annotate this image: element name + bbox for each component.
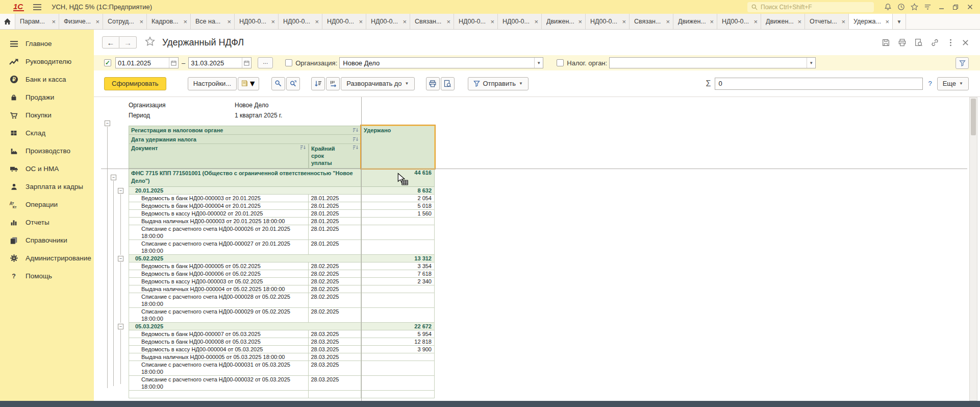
- sidebar-item-prodazhi[interactable]: Продажи: [0, 88, 94, 106]
- deadline-cell[interactable]: 28.03.2025: [309, 338, 361, 345]
- tabs-overflow-button[interactable]: ▼: [893, 14, 906, 29]
- tab-item[interactable]: НД00-0... ×: [454, 14, 498, 29]
- add-favorite-star-icon[interactable]: [145, 36, 155, 49]
- tax-authority-checkbox[interactable]: [557, 59, 564, 66]
- tab-item[interactable]: НД00-0... ×: [586, 14, 630, 29]
- collapse-tax-authority-button[interactable]: −: [111, 175, 116, 180]
- tab-item[interactable]: НД00-0... ×: [498, 14, 542, 29]
- tab-item[interactable]: НД00-0... ×: [235, 14, 279, 29]
- favorites-star-icon[interactable]: [908, 2, 921, 12]
- sum-cell[interactable]: 3 900: [361, 346, 435, 353]
- header-cell-withhold-date[interactable]: Дата удержания налога: [129, 135, 361, 144]
- freeze-pane-vertical-splitter[interactable]: [361, 97, 362, 401]
- tab-item[interactable]: Кадров... ×: [147, 14, 191, 29]
- global-search-input[interactable]: Поиск Ctrl+Shift+F: [747, 2, 874, 12]
- deadline-cell[interactable]: 28.01.2025: [309, 218, 361, 225]
- period-checkbox[interactable]: ✓: [104, 59, 111, 66]
- sidebar-item-sklad[interactable]: Склад: [0, 124, 94, 142]
- print-preview-icon[interactable]: [914, 38, 923, 47]
- filter-settings-button[interactable]: [956, 57, 969, 69]
- period-to-field[interactable]: [188, 57, 252, 68]
- document-cell[interactable]: Ведомость в банк НД00-000003 от 20.01.20…: [129, 195, 309, 202]
- sum-cell[interactable]: [361, 361, 435, 375]
- tab-item[interactable]: НД00-0... ×: [322, 14, 366, 29]
- forward-button[interactable]: →: [119, 36, 137, 49]
- sum-cell[interactable]: 12 818: [361, 338, 435, 345]
- deadline-cell[interactable]: 28.03.2025: [309, 330, 361, 338]
- document-cell[interactable]: Ведомость в кассу НД00-000004 от 05.03.2…: [129, 346, 309, 353]
- period-more-button[interactable]: ...: [258, 57, 273, 68]
- tax-authority-combobox[interactable]: ▼: [609, 57, 816, 68]
- generate-button[interactable]: Сформировать: [104, 77, 166, 90]
- empty-cell[interactable]: [129, 391, 309, 398]
- tab-close-icon[interactable]: ×: [841, 18, 845, 25]
- tab-close-icon[interactable]: ×: [578, 18, 582, 25]
- sidebar-item-glavnoe[interactable]: Главное: [0, 35, 94, 53]
- sum-cell[interactable]: 7 618: [361, 270, 435, 277]
- sum-cell[interactable]: [361, 225, 435, 240]
- collapse-group-button[interactable]: −: [118, 188, 123, 194]
- deadline-cell[interactable]: 28.01.2025: [309, 240, 361, 254]
- scrollbar-thumb[interactable]: [971, 99, 976, 135]
- empty-cell[interactable]: [309, 391, 361, 398]
- report-variants-button[interactable]: ▼: [238, 77, 259, 90]
- tab-item[interactable]: Связан... ×: [630, 14, 673, 29]
- preview-button[interactable]: [441, 77, 455, 90]
- history-icon[interactable]: [894, 2, 908, 12]
- deadline-cell[interactable]: 28.02.2025: [309, 308, 361, 322]
- header-cell-registration[interactable]: Регистрация в налоговом органе: [129, 126, 361, 135]
- deadline-cell[interactable]: 28.02.2025: [309, 285, 361, 293]
- tab-close-icon[interactable]: ×: [183, 18, 187, 25]
- tab-close-icon[interactable]: ×: [95, 18, 99, 25]
- document-cell[interactable]: Списание с расчетного счета НД00-000032 …: [129, 376, 309, 390]
- tab-close-icon[interactable]: ×: [622, 18, 626, 25]
- group-total-cell[interactable]: 22 672: [361, 323, 435, 330]
- tab-close-icon[interactable]: ×: [315, 18, 319, 25]
- settings-button[interactable]: Настройки...: [188, 77, 237, 90]
- collapse-levels-button[interactable]: [311, 77, 325, 90]
- document-cell[interactable]: Ведомость в банк НД00-000008 от 05.03.20…: [129, 338, 309, 345]
- period-from-input[interactable]: [116, 59, 169, 67]
- sidebar-item-rukovoditelyu[interactable]: Руководителю: [0, 53, 94, 70]
- deadline-cell[interactable]: 28.03.2025: [309, 346, 361, 353]
- tab-close-icon[interactable]: ×: [139, 18, 143, 25]
- freeze-pane-horizontal-splitter[interactable]: [101, 169, 967, 169]
- sidebar-item-os-i-nma[interactable]: ОС и НМА: [0, 160, 94, 178]
- tab-item[interactable]: Удержа... ×: [849, 14, 893, 29]
- document-cell[interactable]: Ведомость в кассу НД00-000002 от 20.01.2…: [129, 210, 309, 217]
- home-tab[interactable]: [0, 14, 15, 29]
- find-button[interactable]: [271, 77, 285, 90]
- calendar-icon[interactable]: [242, 58, 251, 68]
- group-date-cell[interactable]: 05.02.2025: [129, 255, 361, 262]
- deadline-cell[interactable]: 28.03.2025: [309, 376, 361, 390]
- sidebar-item-pomosch[interactable]: ? Помощь: [0, 267, 94, 285]
- deadline-cell[interactable]: 28.02.2025: [309, 278, 361, 285]
- sidebar-item-proizvodstvo[interactable]: Производство: [0, 142, 94, 160]
- sidebar-item-administrirovanie[interactable]: Администрирование: [0, 249, 94, 267]
- sum-cell[interactable]: [361, 308, 435, 322]
- minimize-button[interactable]: [934, 2, 948, 12]
- tax-authority-cell[interactable]: ФНС 7715 КПП 771501001 (Общество с огран…: [129, 169, 361, 186]
- more-actions-icon[interactable]: [947, 38, 954, 47]
- print-icon[interactable]: [898, 38, 907, 47]
- document-cell[interactable]: Ведомость в кассу НД00-000003 от 05.02.2…: [129, 278, 309, 285]
- deadline-cell[interactable]: 28.01.2025: [309, 202, 361, 209]
- tab-item[interactable]: Парам... ×: [15, 14, 59, 29]
- close-window-button[interactable]: [963, 2, 977, 12]
- sum-cell[interactable]: [361, 376, 435, 390]
- tab-item[interactable]: Отчеты... ×: [805, 14, 849, 29]
- tab-close-icon[interactable]: ×: [52, 18, 56, 25]
- restore-window-button[interactable]: [948, 2, 963, 12]
- tab-item[interactable]: Все на... ×: [191, 14, 235, 29]
- group-total-cell[interactable]: 8 632: [361, 187, 435, 194]
- sum-cell[interactable]: [361, 293, 435, 307]
- tab-close-icon[interactable]: ×: [490, 18, 494, 25]
- sum-cell[interactable]: 5 018: [361, 202, 435, 209]
- sum-cell[interactable]: [361, 240, 435, 254]
- tab-close-icon[interactable]: ×: [446, 18, 450, 25]
- sum-cell[interactable]: 3 354: [361, 262, 435, 270]
- sort-icon[interactable]: [353, 128, 359, 133]
- tab-close-icon[interactable]: ×: [403, 18, 407, 25]
- sidebar-item-pokupki[interactable]: Покупки: [0, 106, 94, 124]
- send-button[interactable]: Отправить▼: [468, 77, 529, 90]
